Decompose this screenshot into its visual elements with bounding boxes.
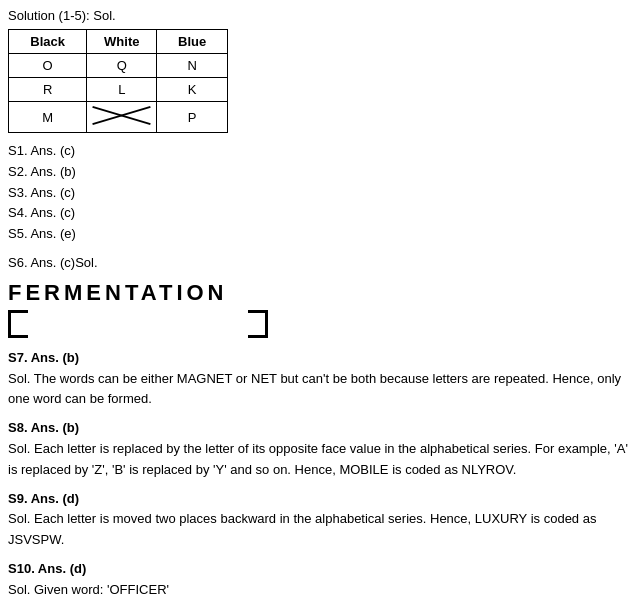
answer-s2: S2. Ans. (b) xyxy=(8,162,636,183)
bracket-container xyxy=(8,310,268,338)
fermentation-section: FERMENTATION xyxy=(8,280,636,338)
s10-line1: Sol. Given word: 'OFFICER' xyxy=(8,580,636,600)
coding-table: Black White Blue O Q N R L K M P xyxy=(8,29,228,133)
answer-s3: S3. Ans. (c) xyxy=(8,183,636,204)
answers-section: S1. Ans. (c) S2. Ans. (b) S3. Ans. (c) S… xyxy=(8,141,636,245)
table-row: M P xyxy=(9,102,228,133)
s9-label: S9. Ans. (d) xyxy=(8,489,636,510)
s6-section: S6. Ans. (c)Sol. FERMENTATION xyxy=(8,253,636,338)
cell-r: R xyxy=(9,78,87,102)
cell-l: L xyxy=(87,78,157,102)
cell-n: N xyxy=(157,54,228,78)
cell-m: M xyxy=(9,102,87,133)
solution-header: Solution (1-5): Sol. xyxy=(8,8,636,23)
s9-section: S9. Ans. (d) Sol. Each letter is moved t… xyxy=(8,489,636,551)
table-row: O Q N xyxy=(9,54,228,78)
col-blue: Blue xyxy=(157,30,228,54)
s10-label: S10. Ans. (d) xyxy=(8,559,636,580)
answer-s5: S5. Ans. (e) xyxy=(8,224,636,245)
cell-cross xyxy=(87,102,157,133)
s8-text: Sol. Each letter is replaced by the lett… xyxy=(8,439,636,481)
col-black: Black xyxy=(9,30,87,54)
s7-section: S7. Ans. (b) Sol. The words can be eithe… xyxy=(8,348,636,410)
answer-s4: S4. Ans. (c) xyxy=(8,203,636,224)
cell-k: K xyxy=(157,78,228,102)
s10-section: S10. Ans. (d) Sol. Given word: 'OFFICER'… xyxy=(8,559,636,600)
table-row: R L K xyxy=(9,78,228,102)
s8-section: S8. Ans. (b) Sol. Each letter is replace… xyxy=(8,418,636,480)
bracket-left xyxy=(8,310,28,338)
answer-s1: S1. Ans. (c) xyxy=(8,141,636,162)
s6-label: S6. Ans. (c)Sol. xyxy=(8,253,636,274)
fermentation-word: FERMENTATION xyxy=(8,280,636,306)
s7-text: Sol. The words can be either MAGNET or N… xyxy=(8,369,636,411)
cell-q: Q xyxy=(87,54,157,78)
s9-text: Sol. Each letter is moved two places bac… xyxy=(8,509,636,551)
bracket-right xyxy=(248,310,268,338)
col-white: White xyxy=(87,30,157,54)
cell-p: P xyxy=(157,102,228,133)
s7-label: S7. Ans. (b) xyxy=(8,348,636,369)
cell-o: O xyxy=(9,54,87,78)
s8-label: S8. Ans. (b) xyxy=(8,418,636,439)
